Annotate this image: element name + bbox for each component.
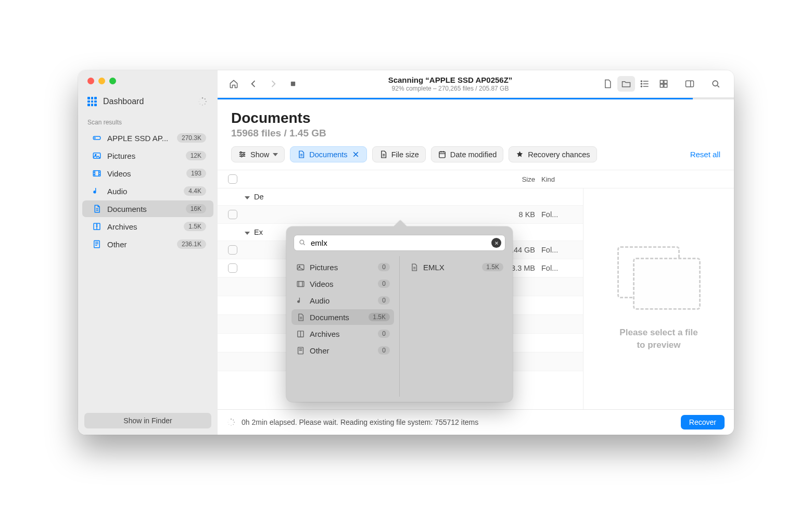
page-title: Documents [231,110,720,127]
svg-point-5 [199,104,200,105]
row-name: De [254,193,494,201]
sidebar-item-count: 236.1K [177,239,206,249]
view-list-button[interactable] [636,76,654,92]
view-folder-button[interactable] [617,76,635,92]
star-icon [515,150,524,159]
popover-item-count: 0 [378,263,390,271]
svg-rect-12 [93,171,100,176]
popover-item-audio[interactable]: Audio0 [291,293,394,308]
filter-label: File size [391,150,419,159]
recover-button[interactable]: Recover [681,415,725,430]
loading-spinner-icon [227,418,235,426]
forward-button[interactable] [264,76,282,92]
filesize-filter-button[interactable]: File size [372,146,426,162]
svg-rect-15 [291,82,295,86]
popover-result-emlx[interactable]: EMLX1.5K [405,259,508,275]
kind-column-header[interactable]: Kind [541,175,573,183]
popover-item-archives[interactable]: Archives0 [291,326,394,342]
filter-label: Documents [309,150,347,159]
size-column-header[interactable]: Size [494,175,541,183]
svg-rect-28 [439,152,445,158]
sidebar-item-pictures[interactable]: Pictures 12K [82,147,213,164]
filter-label: Date modified [450,150,497,159]
popover-item-count: 0 [378,280,390,288]
popover-item-videos[interactable]: Videos0 [291,276,394,292]
svg-point-31 [234,422,235,423]
sidebar-item-other[interactable]: Other 236.1K [82,236,213,253]
filter-bar: Show Documents File size Date modified R… [218,146,734,170]
date-filter-button[interactable]: Date modified [431,146,503,162]
audio-icon [296,296,305,305]
svg-point-4 [202,105,203,106]
chevron-down-icon[interactable] [245,193,252,201]
row-kind: Fol... [541,246,573,254]
row-checkbox[interactable] [228,263,237,273]
scan-subtitle: 92% complete – 270,265 files / 205.87 GB [309,85,591,92]
sidebar-item-count: 12K [186,151,206,160]
documents-filter-button[interactable]: Documents [290,146,366,162]
close-icon[interactable] [351,150,360,159]
document-icon [92,204,102,214]
close-window[interactable] [87,78,94,84]
reset-all-button[interactable]: Reset all [690,147,720,162]
clear-search-button[interactable] [491,238,501,248]
zoom-window[interactable] [109,78,116,84]
toggle-panel-button[interactable] [681,76,699,92]
calendar-icon [438,150,447,159]
popover-search-input[interactable] [294,235,505,251]
home-button[interactable] [225,76,243,92]
picture-icon [296,262,305,272]
popover-item-pictures[interactable]: Pictures0 [291,259,394,275]
column-headers: Size Kind [218,170,734,188]
stop-scan-button[interactable] [284,76,302,92]
scan-status: Scanning “APPLE SSD AP0256Z” 92% complet… [304,75,597,92]
svg-point-9 [95,137,96,138]
show-in-finder-button[interactable]: Show in Finder [84,413,211,428]
show-filter-button[interactable]: Show [231,146,285,162]
sidebar-item-disk[interactable]: APPLE SSD AP... 270.3K [82,130,213,146]
sidebar-item-documents[interactable]: Documents 16K [82,200,213,217]
sidebar-item-audio[interactable]: Audio 4.4K [82,183,213,199]
popover-item-other[interactable]: Other0 [291,343,394,358]
sidebar-item-videos[interactable]: Videos 193 [82,165,213,182]
svg-point-29 [231,419,232,420]
disk-icon [92,133,102,143]
sliders-icon [238,150,247,159]
svg-point-36 [229,420,229,420]
preview-line: Please select a file [619,326,697,339]
minimize-window[interactable] [98,78,105,84]
sidebar-item-archives[interactable]: Archives 1.5K [82,218,213,235]
other-icon [92,239,102,249]
svg-point-37 [300,240,304,244]
row-checkbox[interactable] [228,245,237,255]
view-document-button[interactable] [599,76,616,92]
table-row[interactable]: De [218,188,583,206]
svg-point-35 [227,422,228,422]
view-grid-button[interactable] [655,76,673,92]
sidebar: Dashboard Scan results APPLE SSD AP... 2… [78,70,218,435]
svg-rect-22 [664,84,667,87]
toolbar: Scanning “APPLE SSD AP0256Z” 92% complet… [218,70,734,98]
audio-icon [92,186,102,196]
popover-item-label: Archives [310,330,373,338]
sidebar-item-label: Pictures [107,152,181,160]
popover-item-documents[interactable]: Documents1.5K [291,309,394,325]
search-button[interactable] [707,76,725,92]
chevron-down-icon[interactable] [245,228,252,236]
select-all-checkbox[interactable] [228,174,237,184]
loading-spinner-icon [198,97,207,106]
back-button[interactable] [245,76,262,92]
svg-point-33 [231,425,232,426]
dashboard-icon [87,97,97,106]
dashboard-nav[interactable]: Dashboard [78,92,218,111]
svg-point-30 [233,420,234,421]
row-size: 8 KB [494,210,541,219]
popover-results: EMLX1.5K [400,256,513,397]
preview-placeholder-icon [617,246,701,314]
row-checkbox[interactable] [228,210,237,219]
svg-point-25 [240,152,242,154]
filter-popover: Pictures0 Videos0 Audio0 Documents1.5K A… [286,226,513,402]
recovery-filter-button[interactable]: Recovery chances [509,146,597,162]
svg-point-32 [233,424,234,425]
svg-point-3 [205,104,206,105]
